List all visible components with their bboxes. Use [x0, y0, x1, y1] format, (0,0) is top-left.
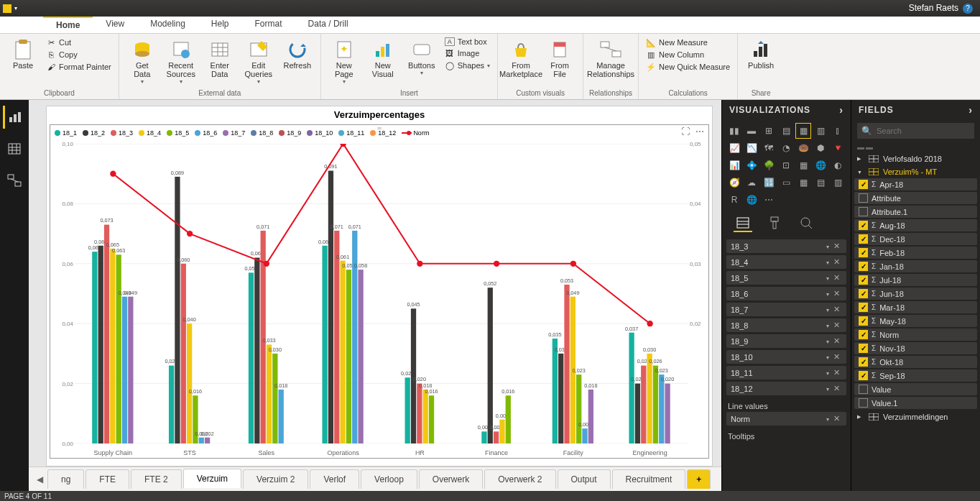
fields-tab-icon[interactable]	[734, 215, 752, 232]
recent-sources-button[interactable]: Recent Sources	[164, 37, 198, 85]
new-visual-button[interactable]: New Visual	[366, 37, 400, 78]
qat-dropdown[interactable]: ▾	[14, 5, 17, 12]
viz-type-icon[interactable]: ▥	[813, 123, 828, 139]
viz-type-icon[interactable]: ▥	[830, 175, 846, 190]
page-tab-output[interactable]: Output	[558, 469, 611, 489]
field-row[interactable]: ✓ΣApr-18	[854, 178, 977, 190]
shapes-button[interactable]: ◯Shapes	[443, 60, 491, 71]
report-view-button[interactable]	[3, 106, 26, 129]
well-remove-icon[interactable]: ✕	[831, 289, 842, 298]
from-file-button[interactable]: From File	[542, 37, 577, 78]
viz-type-icon[interactable]: ▮▮	[726, 123, 742, 139]
field-row[interactable]: ✓ΣJul-18	[854, 274, 977, 286]
add-page-button[interactable]: +	[687, 469, 711, 489]
viz-type-icon[interactable]: ⊡	[778, 157, 794, 173]
well-dropdown-icon[interactable]: ▾	[824, 259, 831, 266]
checkbox-icon[interactable]: ✓	[859, 371, 868, 380]
well-remove-icon[interactable]: ✕	[831, 352, 842, 361]
expand-icon[interactable]: ▼	[857, 170, 864, 175]
format-tab-icon[interactable]	[765, 215, 784, 232]
checkbox-icon[interactable]: ✓	[859, 344, 868, 353]
focus-mode-icon[interactable]: ⛶	[681, 127, 690, 137]
help-icon[interactable]: ?	[963, 4, 973, 14]
well-remove-icon[interactable]: ✕	[831, 273, 842, 282]
publish-button[interactable]: Publish	[744, 37, 778, 70]
viz-type-icon[interactable]: ▦	[795, 175, 811, 190]
well-remove-icon[interactable]: ✕	[831, 384, 842, 392]
field-well-item[interactable]: 18_3▾✕	[726, 239, 846, 253]
ribbon-tab-data-drill[interactable]: Data / Drill	[295, 17, 361, 33]
field-search[interactable]: 🔍	[857, 123, 974, 139]
field-row[interactable]: ✓ΣAug-18	[854, 219, 977, 231]
ribbon-tab-modeling[interactable]: Modeling	[137, 17, 198, 33]
more-options-icon[interactable]: ⋯	[695, 127, 704, 137]
table-row[interactable]: ▶Verzuimmeldingen	[854, 410, 977, 423]
format-painter-button[interactable]: 🖌Format Painter	[45, 61, 113, 73]
viz-type-icon[interactable]: ⬢	[813, 140, 828, 156]
ribbon-tab-home[interactable]: Home	[43, 17, 93, 33]
viz-type-icon[interactable]: ⊞	[761, 123, 777, 139]
checkbox-icon[interactable]: ✓	[859, 262, 868, 271]
page-tab-recruitment[interactable]: Recruitment	[612, 469, 686, 489]
field-well-item-norm[interactable]: Norm▾✕	[726, 412, 846, 426]
page-tab-verzuim-2[interactable]: Verzuim 2	[243, 469, 308, 489]
visualizations-header[interactable]: VISUALIZATIONS›	[722, 100, 851, 120]
field-row[interactable]: ✓ΣFeb-18	[854, 247, 977, 259]
field-row[interactable]: Value.1	[854, 397, 977, 409]
page-tab-ng[interactable]: ng	[47, 469, 84, 489]
table-row[interactable]: ▼Verzuim% - MT	[854, 165, 977, 178]
viz-type-icon[interactable]: 📊	[726, 157, 742, 173]
checkbox-icon[interactable]	[859, 193, 868, 203]
well-dropdown-icon[interactable]: ▾	[824, 339, 831, 345]
copy-button[interactable]: ⎘Copy	[45, 49, 113, 60]
field-row[interactable]: ✓ΣMar-18	[854, 301, 977, 313]
model-view-button[interactable]	[3, 169, 26, 192]
viz-type-icon[interactable]: ⫿	[830, 123, 846, 139]
viz-type-icon[interactable]: ☁	[744, 175, 759, 190]
field-row[interactable]: ✓ΣNorm	[854, 328, 977, 341]
signed-in-user[interactable]: Stefan Raets?	[909, 3, 980, 14]
viz-type-icon[interactable]: 🌳	[761, 157, 777, 173]
viz-type-icon[interactable]: 🌐	[744, 192, 759, 208]
viz-type-icon[interactable]: ▭	[778, 175, 794, 190]
viz-type-icon[interactable]: ▦	[795, 157, 811, 173]
viz-type-icon[interactable]: ▤	[778, 123, 794, 139]
refresh-button[interactable]: Refresh	[280, 37, 315, 70]
checkbox-icon[interactable]: ✓	[859, 221, 868, 230]
field-well-item[interactable]: 18_4▾✕	[726, 255, 846, 269]
page-tab-verloop[interactable]: Verloop	[361, 469, 417, 489]
page-tab-verlof[interactable]: Verlof	[310, 469, 359, 489]
viz-type-icon[interactable]: ▬	[744, 123, 759, 139]
new-quick-measure-button[interactable]: ⚡New Quick Measure	[644, 61, 731, 73]
well-remove-icon[interactable]: ✕	[831, 257, 842, 266]
field-row[interactable]: Value	[854, 383, 977, 395]
image-button[interactable]: 🖼Image	[443, 47, 491, 59]
well-remove-icon[interactable]: ✕	[831, 305, 842, 313]
checkbox-icon[interactable]	[859, 385, 868, 394]
page-tab-overwerk-2[interactable]: Overwerk 2	[484, 469, 555, 489]
search-input[interactable]	[877, 127, 976, 135]
field-row[interactable]: ✓ΣMay-18	[854, 315, 977, 327]
checkbox-icon[interactable]: ✓	[859, 357, 868, 367]
analytics-tab-icon[interactable]	[797, 215, 815, 232]
textbox-button[interactable]: AText box	[443, 37, 491, 47]
well-dropdown-icon[interactable]: ▾	[824, 386, 831, 392]
checkbox-icon[interactable]: ✓	[859, 316, 868, 326]
checkbox-icon[interactable]	[859, 207, 868, 216]
get-data-button[interactable]: Get Data	[125, 37, 160, 85]
field-row[interactable]: Attribute.1	[854, 206, 977, 218]
checkbox-icon[interactable]: ✓	[859, 180, 868, 189]
field-well-item[interactable]: 18_5▾✕	[726, 271, 846, 285]
field-well-item[interactable]: 18_8▾✕	[726, 318, 846, 332]
well-dropdown-icon[interactable]: ▾	[824, 291, 831, 298]
checkbox-icon[interactable]: ✓	[859, 303, 868, 312]
viz-type-icon[interactable]: 🗺	[761, 140, 777, 156]
ribbon-tab-view[interactable]: View	[93, 17, 137, 33]
field-row[interactable]: ✓ΣOkt-18	[854, 356, 977, 368]
fields-header[interactable]: FIELDS›	[851, 100, 980, 120]
viz-type-icon[interactable]: 📉	[744, 140, 759, 156]
expand-icon[interactable]: ▶	[857, 156, 864, 162]
buttons-button[interactable]: Buttons	[405, 37, 439, 76]
field-well-item[interactable]: 18_9▾✕	[726, 334, 846, 348]
checkbox-icon[interactable]: ✓	[859, 248, 868, 257]
